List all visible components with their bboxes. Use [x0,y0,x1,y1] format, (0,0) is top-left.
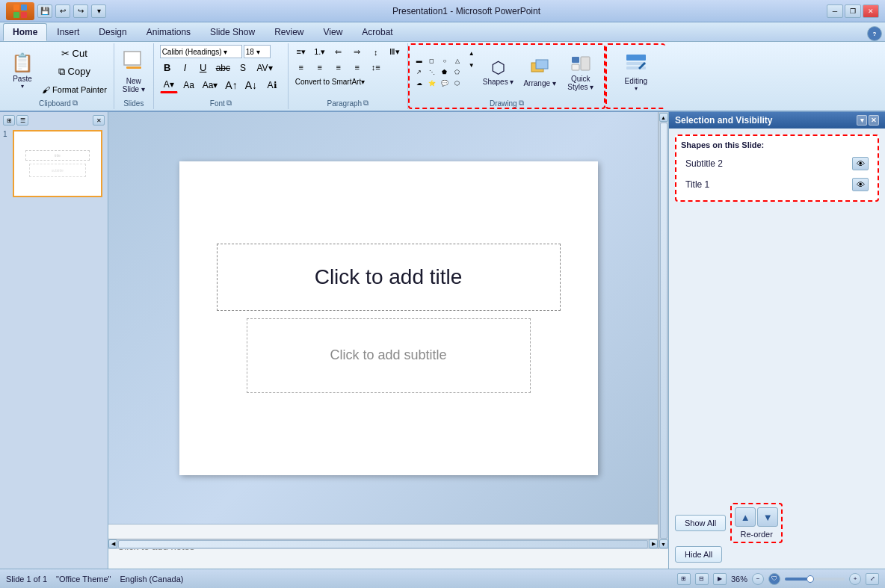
tab-acrobat[interactable]: Acrobat [352,23,402,41]
font-caps-button[interactable]: Aa▾ [200,78,221,93]
close-slide-panel-button[interactable]: ✕ [93,115,105,126]
slide-thumbnail[interactable]: title subtitle [13,130,102,197]
save-qat-button[interactable]: 💾 [37,4,52,18]
horizontal-scrollbar[interactable]: ◀ ▶ [108,539,658,549]
shape-10[interactable]: ⭐ [427,78,437,88]
shapes-scroll-up[interactable]: ▲ [466,48,477,59]
shape-8[interactable]: ⬠ [452,66,463,77]
customize-qat-button[interactable]: ▾ [91,4,106,18]
undo-qat-button[interactable]: ↩ [55,4,70,18]
scroll-right-arrow[interactable]: ▶ [649,539,658,548]
align-left-button[interactable]: ≡ [293,61,309,74]
h-scroll-thumb[interactable] [118,540,648,548]
shape-12[interactable]: ⬡ [452,78,463,88]
quick-styles-button[interactable]: QuickStyles ▾ [562,49,599,95]
align-center-button[interactable]: ≡ [312,61,328,74]
columns-button[interactable]: Ⅲ▾ [386,45,403,59]
panel-dropdown-btn[interactable]: ▾ [857,115,867,126]
underline-button[interactable]: U [196,60,211,75]
text-direction-button[interactable]: ↕ [368,46,384,59]
shape-4[interactable]: △ [452,55,463,66]
smartart-button[interactable]: Convert to SmartArt▾ [293,75,367,88]
tab-insert[interactable]: Insert [47,23,89,41]
bullet-list-button[interactable]: ≡▾ [293,45,309,59]
reorder-down-button[interactable]: ▼ [757,507,778,527]
zoom-in-button[interactable]: + [849,573,861,585]
tab-home[interactable]: Home [3,23,47,41]
font-name-dropdown[interactable]: Calibri (Headings) ▾ [160,45,242,58]
show-all-button[interactable]: Show All [675,515,726,531]
shape-11[interactable]: 💬 [440,78,450,88]
zoom-thumb[interactable] [807,575,814,583]
paste-button[interactable]: 📋 Paste ▾ [7,48,37,94]
clear-format-button[interactable]: Aℹ [262,78,282,93]
slide-title-placeholder[interactable]: Click to add title [217,244,561,311]
tab-slideshow[interactable]: Slide Show [200,23,265,41]
shape-3[interactable]: ○ [440,55,450,66]
scroll-left-arrow[interactable]: ◀ [108,539,117,548]
line-spacing-button[interactable]: ↕≡ [368,61,384,74]
shape-9[interactable]: ☁ [414,78,425,88]
slide-canvas[interactable]: Click to add title Click to add subtitle [179,161,598,475]
reorder-up-button[interactable]: ▲ [735,507,756,527]
vertical-scrollbar[interactable]: ▲ ▼ [658,112,668,549]
visibility-subtitle-button[interactable]: 👁 [852,157,869,170]
panel-close-btn[interactable]: ✕ [869,115,879,126]
strikethrough-button[interactable]: abc [214,61,232,75]
hide-all-button[interactable]: Hide All [675,546,722,563]
shapes-scroll-down[interactable]: ▼ [466,60,477,71]
char-spacing-button[interactable]: AV▾ [253,61,276,75]
tab-view[interactable]: View [314,23,353,41]
tab-design[interactable]: Design [89,23,136,41]
tab-animations[interactable]: Animations [137,23,200,41]
shape-1[interactable]: ▬ [414,55,425,66]
restore-button[interactable]: ❐ [845,4,861,18]
shape-5[interactable]: ↗ [414,66,425,77]
arrange-button[interactable]: Arrange ▾ [519,49,559,95]
paragraph-dialog-launcher[interactable]: ⧉ [363,99,369,108]
font-color-button[interactable]: A▾ [160,77,178,93]
slide-sorter-button[interactable]: ⊟ [695,573,709,585]
zoom-out-button[interactable]: − [752,573,764,585]
numbered-list-button[interactable]: 1.▾ [312,45,328,59]
font-dialog-launcher[interactable]: ⧉ [226,99,232,108]
normal-view-button[interactable]: ⊞ [677,573,691,585]
close-button[interactable]: ✕ [863,4,879,18]
fit-slide-button[interactable]: ⤢ [866,573,879,585]
editing-button[interactable]: Editing ▾ [617,49,656,95]
slide-subtitle-placeholder[interactable]: Click to add subtitle [247,318,531,393]
text-size-b[interactable]: A↓ [243,77,259,93]
redo-qat-button[interactable]: ↪ [73,4,88,18]
clipboard-dialog-launcher[interactable]: ⧉ [73,99,78,108]
shape-2[interactable]: ◻ [427,55,437,66]
bold-button[interactable]: B [160,60,175,75]
increase-indent-button[interactable]: ⇒ [349,45,366,59]
visibility-title-button[interactable]: 👁 [852,178,869,191]
new-slide-button[interactable]: NewSlide ▾ [119,49,149,95]
decrease-indent-button[interactable]: ⇐ [330,45,347,59]
cut-button[interactable]: ✂ Cut [40,46,109,61]
align-right-button[interactable]: ≡ [330,61,347,74]
shape-6[interactable]: ⋱ [427,66,437,77]
shape-7[interactable]: ⬟ [440,66,450,77]
slides-tab-icon[interactable]: ⊞ [3,115,15,126]
scroll-thumb[interactable] [660,123,667,539]
shapes-button[interactable]: ⬡ Shapes ▾ [479,49,518,95]
office-button[interactable] [6,2,34,20]
shadow-button[interactable]: S [235,61,250,75]
copy-button[interactable]: ⧉ Copy [40,64,109,80]
scroll-down-arrow[interactable]: ▼ [659,539,668,548]
minimize-button[interactable]: ─ [827,4,843,18]
font-size-increase[interactable]: Aa [181,78,197,93]
slideshow-button[interactable]: ▶ [713,573,727,585]
outline-tab-icon[interactable]: ☰ [16,115,28,126]
justify-button[interactable]: ≡ [349,61,366,74]
italic-button[interactable]: I [178,60,193,75]
drawing-dialog-launcher[interactable]: ⧉ [519,99,524,108]
format-painter-button[interactable]: 🖌 Format Painter [40,83,109,96]
zoom-slider[interactable] [785,578,845,581]
help-button[interactable]: ? [867,26,882,41]
scroll-up-arrow[interactable]: ▲ [659,113,668,122]
text-size-a[interactable]: A↑ [223,77,239,93]
font-size-dropdown[interactable]: 18 ▾ [244,45,271,58]
